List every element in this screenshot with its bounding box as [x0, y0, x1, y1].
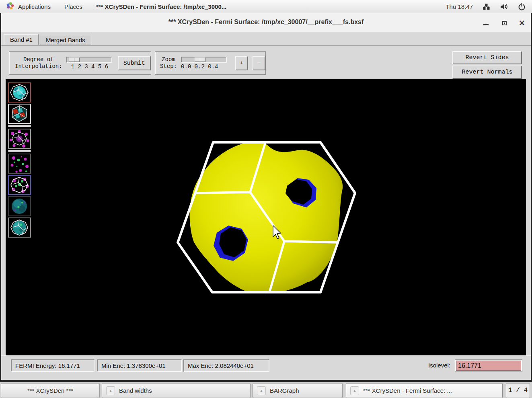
- taskbar-button-fermi-surface[interactable]: ▲ *** XCrySDen - Fermi Surface: ...: [346, 383, 503, 398]
- taskbar-button-band-widths[interactable]: ▲ Band widths: [102, 383, 251, 398]
- taskbar-button-bargraph[interactable]: ▲ BARGraph: [253, 383, 343, 398]
- panel-menu-applications[interactable]: Applications: [18, 3, 51, 10]
- zoom-step-label: Zoom Step:: [160, 56, 177, 70]
- volume-icon[interactable]: [500, 3, 508, 10]
- zoom-step-ticks: 0.0 0.2 0.4: [181, 64, 218, 70]
- desktop-screen: Applications Places *** XCrySDen - Fermi…: [0, 0, 532, 398]
- workspace-pager[interactable]: 1 / 4: [506, 383, 530, 398]
- isolevel-input[interactable]: [456, 361, 521, 371]
- max-energy-field: Max Ene: 2.082440e+01: [183, 359, 269, 372]
- taskbar-button-xcrysden[interactable]: *** XCrySDen ***: [1, 383, 100, 398]
- panel-active-window-title[interactable]: *** XCrySDen - Fermi Surface: /tmp/xc_30…: [96, 3, 226, 10]
- close-button[interactable]: ✕: [517, 18, 527, 28]
- revert-normals-button[interactable]: Revert Normals: [452, 66, 522, 79]
- window-icon: ▲: [106, 386, 115, 395]
- window-icon: ▲: [350, 386, 359, 395]
- applications-menu-icon[interactable]: [6, 2, 14, 11]
- revert-sides-button[interactable]: Revert Sides: [452, 51, 522, 64]
- xcrysden-fermi-window: *** XCrySDen - Fermi Surface: /tmp/xc_30…: [0, 13, 532, 381]
- interpolation-group: Degree of Interpolation: 1 2 3 4 5 6 Sub…: [9, 51, 151, 75]
- isolevel-label: Isolevel:: [428, 362, 450, 369]
- taskbar-button-label: Band widths: [119, 387, 152, 394]
- panel-menu-places[interactable]: Places: [64, 3, 82, 10]
- thumbnail-separator: [8, 125, 31, 127]
- fermi-energy-field: FERMI Energy: 16.1771: [11, 359, 94, 372]
- zoom-step-slider-handle[interactable]: [195, 57, 205, 62]
- taskbar: *** XCrySDen *** ▲ Band widths ▲ BARGrap…: [0, 381, 532, 398]
- band-thumbnail-3[interactable]: [8, 129, 31, 149]
- band-thumbnail-6[interactable]: [8, 196, 31, 216]
- window-icon: ▲: [257, 386, 266, 395]
- zoom-step-group: Zoom Step: 0.0 0.2 0.4 + -: [155, 51, 266, 75]
- power-icon[interactable]: [518, 3, 526, 10]
- isolevel-input-frame: [455, 359, 522, 372]
- submit-button[interactable]: Submit: [118, 56, 151, 70]
- window-title: *** XCrySDen - Fermi Surface: /tmp/xc_30…: [1, 18, 531, 26]
- fermi-surface-viewport[interactable]: [6, 79, 526, 355]
- interpolation-label: Degree of Interpolation:: [15, 56, 62, 70]
- zoom-in-button[interactable]: +: [235, 56, 248, 70]
- minimize-button[interactable]: [481, 18, 491, 28]
- interpolation-ticks: 1 2 3 4 5 6: [71, 64, 108, 70]
- band-thumbnail-list: [8, 82, 31, 239]
- taskbar-button-label: *** XCrySDen - Fermi Surface: ...: [363, 387, 452, 394]
- band-thumbnail-2[interactable]: [8, 104, 31, 124]
- taskbar-button-label: BARGraph: [270, 387, 299, 394]
- tab-merged-bands[interactable]: Merged Bands: [40, 35, 91, 45]
- gnome-top-panel: Applications Places *** XCrySDen - Fermi…: [0, 0, 532, 13]
- band-tabbar: Band #1 Merged Bands: [1, 33, 531, 46]
- zoom-step-slider[interactable]: [181, 57, 227, 63]
- min-energy-field: Min Ene: 1.378300e+01: [97, 359, 182, 372]
- interpolation-slider[interactable]: [66, 57, 112, 63]
- band-thumbnail-5[interactable]: [8, 175, 31, 195]
- panel-clock[interactable]: Thu 18:47: [446, 3, 473, 10]
- toolbar: Degree of Interpolation: 1 2 3 4 5 6 Sub…: [1, 46, 531, 79]
- band-thumbnail-7[interactable]: [8, 217, 31, 238]
- network-icon[interactable]: [483, 3, 490, 10]
- taskbar-button-label: *** XCrySDen ***: [27, 387, 73, 394]
- tab-band-1[interactable]: Band #1: [4, 34, 39, 45]
- band-thumbnail-1[interactable]: [8, 82, 31, 103]
- fermi-surface-blob: [190, 142, 343, 292]
- brillouin-zone-scene: [6, 79, 526, 355]
- band-thumbnail-4[interactable]: [8, 154, 31, 174]
- zoom-out-button[interactable]: -: [253, 56, 265, 70]
- interpolation-slider-handle[interactable]: [69, 57, 80, 62]
- status-bar: FERMI Energy: 16.1771 Min Ene: 1.378300e…: [1, 355, 531, 376]
- window-titlebar[interactable]: *** XCrySDen - Fermi Surface: /tmp/xc_30…: [1, 13, 531, 32]
- maximize-button[interactable]: [499, 18, 509, 28]
- thumbnail-separator: [8, 150, 31, 152]
